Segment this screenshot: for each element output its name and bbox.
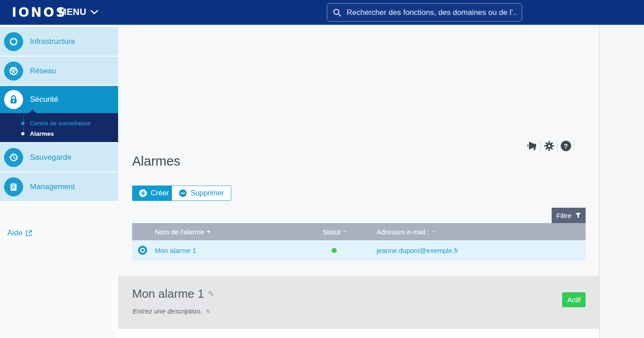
chevron-down-icon <box>91 10 98 14</box>
subitem-label: Alarmes <box>30 130 54 137</box>
gear-icon[interactable] <box>541 138 557 153</box>
sidebar-item-reseau[interactable]: Réseau <box>0 57 118 85</box>
security-submenu: Centre de surveillance Alarmes <box>0 113 118 142</box>
ionos-cloud-panel: IONOS MENU <box>0 0 644 338</box>
help-icon[interactable] <box>558 138 574 153</box>
search-bar[interactable] <box>327 3 522 22</box>
top-bar: IONOS MENU <box>0 0 644 25</box>
filter-button[interactable]: Filtre <box>552 208 586 223</box>
delete-button-label: Supprimer <box>191 189 224 197</box>
bullet-icon <box>21 132 24 135</box>
column-label: Adresses e-mail : <box>377 228 429 236</box>
alarm-detail-title: Mon alarme 1 <box>132 287 204 301</box>
status-badge: Actif <box>562 292 586 307</box>
sidebar-subitem-alarmes[interactable]: Alarmes <box>0 129 118 139</box>
megaphone-icon[interactable] <box>524 138 540 153</box>
edit-title-pencil-icon[interactable]: ✎ <box>208 290 214 298</box>
sidebar-item-label: Infrastructure <box>30 37 75 46</box>
alarm-detail-panel: Mon alarme 1 ✎ Entrez une description. ✎… <box>118 276 599 329</box>
page-icon-toolbar <box>524 138 574 153</box>
sort-arrow-icon <box>207 231 210 233</box>
content-right-divider <box>599 25 600 338</box>
search-icon <box>333 8 342 17</box>
alarm-description-row: Entrez une description. ✎ <box>133 307 210 315</box>
sidebar-item-securite[interactable]: Sécurité <box>0 86 118 113</box>
external-link-icon <box>25 230 32 237</box>
search-input[interactable] <box>347 8 516 17</box>
plus-circle-icon <box>139 189 147 197</box>
lock-icon <box>4 90 23 109</box>
create-button-label: Créer <box>151 189 169 197</box>
help-link[interactable]: Aide <box>7 229 32 238</box>
edit-description-pencil-icon[interactable]: ✎ <box>205 308 210 314</box>
page-title: Alarmes <box>132 154 180 169</box>
menu-label: MENU <box>59 7 86 17</box>
network-icon <box>4 62 23 81</box>
sidebar-item-infrastructure[interactable]: Infrastructure <box>0 27 118 56</box>
alarm-detail-title-row: Mon alarme 1 ✎ <box>132 287 214 301</box>
sidebar-item-management[interactable]: Management <box>0 172 118 201</box>
menu-button[interactable]: MENU <box>59 7 98 17</box>
funnel-icon <box>575 213 581 219</box>
sidebar: Infrastructure Réseau Sécurité <box>0 25 118 338</box>
bullet-icon <box>21 122 24 125</box>
column-header-status[interactable]: Statut <box>323 223 347 240</box>
sidebar-item-label: Sauvegarde <box>30 153 72 162</box>
table-row[interactable]: Mon alarme 1 jeanne.dupont@exemple.fr <box>132 240 586 260</box>
delete-button[interactable]: Supprimer <box>172 186 231 201</box>
sidebar-item-label: Réseau <box>30 67 57 76</box>
column-header-name[interactable]: Nom de l'alarme <box>155 223 210 240</box>
infrastructure-icon <box>4 32 23 51</box>
alarm-email-cell: jeanne.dupont@exemple.fr <box>377 240 458 260</box>
sidebar-subitem-centre-de-surveillance[interactable]: Centre de surveillance <box>0 118 118 129</box>
row-radio-selected[interactable] <box>141 249 144 252</box>
sidebar-item-label: Sécurité <box>30 95 58 104</box>
lower-content-strip <box>118 329 599 338</box>
sidebar-item-sauvegarde[interactable]: Sauvegarde <box>0 143 118 171</box>
sort-arrow-icon <box>432 231 435 233</box>
status-dot-green <box>332 248 337 253</box>
sort-arrow-icon <box>343 231 347 233</box>
column-label: Statut <box>323 228 340 236</box>
clipboard-icon <box>4 177 23 196</box>
toolbar-divider <box>574 140 574 152</box>
create-button[interactable]: Créer <box>132 186 176 201</box>
submenu-notch <box>29 109 37 114</box>
minus-circle-icon <box>179 189 187 197</box>
filter-button-label: Filtre <box>556 212 571 219</box>
alarm-name-cell: Mon alarme 1 <box>155 240 196 260</box>
column-label: Nom de l'alarme <box>155 228 204 236</box>
subitem-label: Centre de surveillance <box>30 120 91 127</box>
sidebar-item-label: Management <box>30 182 75 191</box>
table-header: Nom de l'alarme Statut Adresses e-mail : <box>132 223 586 240</box>
alarm-description-placeholder: Entrez une description. <box>133 307 202 315</box>
help-link-label: Aide <box>7 229 23 238</box>
column-header-email[interactable]: Adresses e-mail : <box>377 223 435 240</box>
backup-clock-icon <box>4 148 23 167</box>
